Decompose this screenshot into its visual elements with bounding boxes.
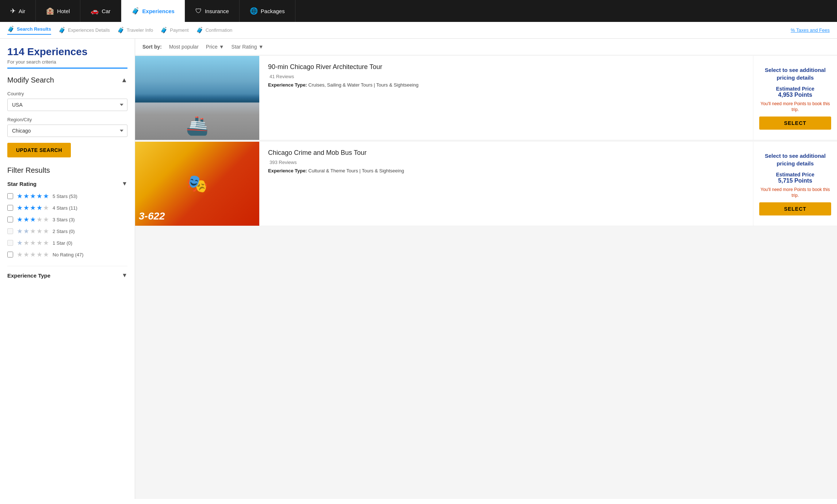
step-search-results-icon: 🧳: [7, 26, 15, 33]
experience-type-1: Experience Type: Cruises, Sailing & Wate…: [268, 81, 744, 89]
step-experiences-details-icon: 🧳: [58, 27, 66, 34]
star-1-stars: ★ ★ ★ ★ ★: [17, 239, 49, 247]
experience-card-2: 🎭 3-622 Chicago Crime and Mob Bus Tour 3…: [135, 142, 837, 226]
step-confirmation-label: Confirmation: [206, 27, 233, 33]
estimated-price-label-1: Estimated Price: [776, 86, 814, 92]
select-to-see-2: Select to see additional pricing details: [759, 152, 831, 167]
star-0-checkbox[interactable]: [7, 252, 13, 257]
star-rating-header: Star Rating ▼: [7, 180, 127, 187]
top-navigation: ✈ Air 🏨 Hotel 🚗 Car 🧳 Experiences 🛡 Insu…: [0, 0, 837, 22]
experience-type-label-2: Experience Type:: [268, 168, 307, 173]
star-3-checkbox[interactable]: [7, 217, 13, 222]
step-traveler-info-label: Traveler Info: [127, 27, 153, 33]
star-rating-1: ★ ★ ★ ★ ★ 1 Star (0): [7, 239, 127, 247]
star-2-label: 2 Stars (0): [53, 229, 75, 234]
star-rating-chevron[interactable]: ▼: [122, 180, 127, 187]
star-rating-title: Star Rating: [7, 181, 37, 187]
star-rating-4: ★ ★ ★ ★ ★ 4 Stars (11): [7, 204, 127, 212]
sort-price[interactable]: Price ▼: [206, 44, 224, 50]
select-button-1[interactable]: SELECT: [759, 117, 831, 130]
experience-card-1: 🚢 90-min Chicago River Architecture Tour…: [135, 56, 837, 140]
update-search-button[interactable]: UPDATE SEARCH: [7, 143, 71, 157]
nav-packages[interactable]: 🌐 Packages: [240, 0, 295, 22]
results-underline: [7, 68, 127, 69]
country-group: Country USA: [7, 91, 127, 111]
nav-insurance[interactable]: 🛡 Insurance: [185, 0, 240, 22]
region-select[interactable]: Chicago: [7, 125, 127, 137]
step-traveler-info-icon: 🧳: [117, 27, 125, 34]
experience-type-title: Experience Type: [7, 272, 50, 279]
main-layout: 114 Experiences For your search criteria…: [0, 39, 837, 499]
step-confirmation[interactable]: 🧳 Confirmation: [196, 27, 233, 34]
sort-star-rating[interactable]: Star Rating ▼: [232, 44, 264, 50]
nav-car[interactable]: 🚗 Car: [80, 0, 121, 22]
step-payment-icon: 🧳: [160, 27, 168, 34]
step-traveler-info[interactable]: 🧳 Traveler Info: [117, 27, 153, 34]
select-button-2[interactable]: SELECT: [759, 202, 831, 215]
experience-type-2: Experience Type: Cultural & Theme Tours …: [268, 167, 744, 175]
insurance-icon: 🛡: [195, 7, 202, 15]
step-search-results-label: Search Results: [17, 26, 51, 32]
star-rating-2: ★ ★ ★ ★ ★ 2 Stars (0): [7, 227, 127, 235]
experience-info-1: 90-min Chicago River Architecture Tour 4…: [259, 56, 753, 140]
star-5-stars: ★ ★ ★ ★ ★: [17, 192, 49, 200]
star-4-checkbox[interactable]: [7, 205, 13, 211]
nav-air-label: Air: [19, 8, 25, 14]
packages-icon: 🌐: [250, 7, 258, 15]
star-2-checkbox[interactable]: [7, 228, 13, 234]
star-rating-0: ★ ★ ★ ★ ★ No Rating (47): [7, 251, 127, 259]
step-payment[interactable]: 🧳 Payment: [160, 27, 188, 34]
sort-star-rating-chevron: ▼: [259, 44, 264, 50]
country-label: Country: [7, 91, 127, 96]
sort-price-chevron: ▼: [219, 44, 224, 50]
region-group: Region/City Chicago: [7, 117, 127, 137]
nav-insurance-label: Insurance: [205, 8, 229, 14]
estimated-price-label-2: Estimated Price: [776, 172, 814, 177]
star-3-stars: ★ ★ ★ ★ ★: [17, 215, 49, 224]
nav-car-label: Car: [102, 8, 110, 14]
star-4-label: 4 Stars (11): [53, 205, 77, 211]
star-2-stars: ★ ★ ★ ★ ★: [17, 227, 49, 235]
star-rating-3: ★ ★ ★ ★ ★ 3 Stars (3): [7, 215, 127, 224]
estimated-price-value-1: 4,953 Points: [778, 92, 812, 98]
star-1-label: 1 Star (0): [53, 240, 72, 246]
experience-type-value-2: Cultural & Theme Tours | Tours & Sightse…: [308, 168, 404, 173]
star-0-stars: ★ ★ ★ ★ ★: [17, 251, 49, 259]
sidebar: 114 Experiences For your search criteria…: [0, 39, 135, 499]
nav-air[interactable]: ✈ Air: [0, 0, 36, 22]
filter-results-title: Filter Results: [7, 166, 127, 175]
sort-most-popular[interactable]: Most popular: [169, 44, 199, 50]
nav-packages-label: Packages: [261, 8, 285, 14]
step-experiences-details[interactable]: 🧳 Experiences Details: [58, 27, 110, 34]
step-experiences-details-label: Experiences Details: [68, 27, 110, 33]
results-count: 114 Experiences: [7, 46, 127, 58]
experience-pricing-2: Select to see additional pricing details…: [753, 142, 837, 226]
region-label: Region/City: [7, 117, 127, 122]
experience-image-2: 🎭 3-622: [135, 142, 259, 226]
estimated-price-value-2: 5,715 Points: [778, 177, 812, 184]
car-icon: 🚗: [91, 7, 99, 15]
taxes-fees-link[interactable]: % Taxes and Fees: [791, 27, 830, 33]
country-select[interactable]: USA: [7, 99, 127, 111]
star-4-stars: ★ ★ ★ ★ ★: [17, 204, 49, 212]
modify-search-title: Modify Search: [7, 76, 54, 84]
nav-hotel[interactable]: 🏨 Hotel: [36, 0, 80, 22]
experience-type-value-1: Cruises, Sailing & Water Tours | Tours &…: [308, 82, 418, 88]
experience-reviews-1: 41 Reviews: [268, 74, 744, 79]
star-1-checkbox[interactable]: [7, 240, 13, 246]
experience-title-1: 90-min Chicago River Architecture Tour: [268, 63, 744, 71]
step-search-results[interactable]: 🧳 Search Results: [7, 26, 51, 35]
experience-type-label-1: Experience Type:: [268, 82, 307, 88]
modify-search-header: Modify Search ▲: [7, 76, 127, 84]
step-payment-label: Payment: [170, 27, 188, 33]
nav-hotel-label: Hotel: [57, 8, 70, 14]
nav-experiences[interactable]: 🧳 Experiences: [121, 0, 185, 22]
experience-info-2: Chicago Crime and Mob Bus Tour 393 Revie…: [259, 142, 753, 226]
experience-title-2: Chicago Crime and Mob Bus Tour: [268, 149, 744, 157]
collapse-icon[interactable]: ▲: [121, 76, 127, 84]
experience-type-chevron[interactable]: ▼: [122, 272, 127, 279]
star-3-label: 3 Stars (3): [53, 217, 75, 222]
sort-bar: Sort by: Most popular Price ▼ Star Ratin…: [135, 39, 837, 55]
air-icon: ✈: [10, 7, 16, 15]
star-5-checkbox[interactable]: [7, 193, 13, 199]
